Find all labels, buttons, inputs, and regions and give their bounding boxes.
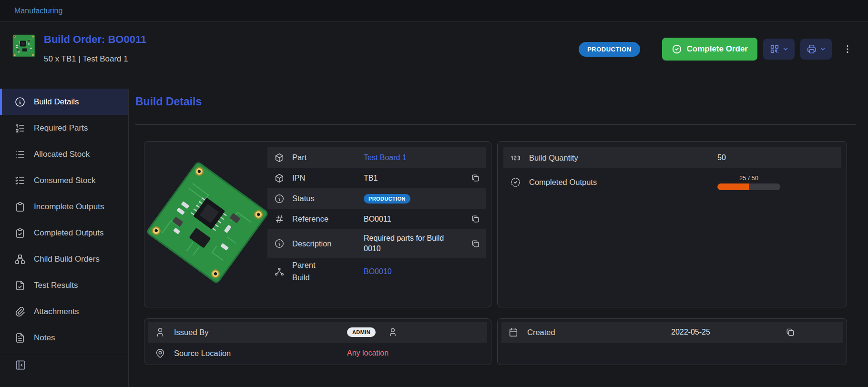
detail-value: 2022-05-25 [671,328,710,336]
page-title: Build Order: BO0011 [44,33,146,46]
progress-check-icon [510,177,521,188]
sidebar-item-label: Required Parts [34,123,88,133]
map-pin-icon [155,348,166,358]
row-issued-by: Issued By ADMIN [148,322,487,343]
report-icon [14,280,26,291]
part-image[interactable] [148,159,266,286]
sidebar-item-label: Allocated Stock [34,150,90,159]
dots-vertical-icon [842,44,853,54]
sidebar-item-label: Child Build Orders [34,255,100,264]
clipboard-check-icon [14,227,26,239]
sidebar-item-child-build-orders[interactable]: Child Build Orders [0,246,128,272]
clipboard-icon [14,201,26,213]
info-circle-icon [274,194,286,204]
created-card: Created 2022-05-25 [497,318,847,365]
build-details-card: Part Test Board 1 IPN TB1 Status PRODUCT… [144,141,491,307]
sidebar-item-build-details[interactable]: Build Details [0,89,128,115]
user-avatar-icon [388,327,398,337]
details-table: Part Test Board 1 IPN TB1 Status PRODUCT… [267,147,486,285]
sidebar-collapse-icon [14,359,27,371]
detail-label: Created [527,328,671,337]
build-quantity-card: Build Quantity 50 Completed Outputs 25 /… [497,141,847,307]
copy-button[interactable] [471,214,480,224]
sidebar-item-completed-outputs[interactable]: Completed Outputs [0,220,128,246]
sidebar-item-label: Attachments [34,307,79,316]
part-link[interactable]: Test Board 1 [364,153,407,162]
detail-label: Source Location [174,349,347,358]
parent-build-link[interactable]: BO0010 [364,267,392,276]
more-actions-button[interactable] [840,39,855,60]
sidebar-item-attachments[interactable]: Attachments [0,298,128,325]
page-subtitle: 50 x TB1 | Test Board 1 [44,54,146,64]
breadcrumb-link-manufacturing[interactable]: Manufacturing [14,7,62,15]
complete-order-button[interactable]: Complete Order [662,38,757,61]
issued-table: Issued By ADMIN Source Location Any loca… [148,322,487,364]
detail-label: Description [292,239,364,248]
sidebar-item-label: Consumed Stock [34,176,95,185]
file-text-icon [14,332,26,344]
box-icon [274,173,286,183]
detail-label: Build Quantity [529,153,717,163]
build-thumbnail-image[interactable] [12,34,35,57]
info-circle-icon [14,96,26,108]
page-header: Build Order: BO0011 50 x TB1 | Test Boar… [0,22,868,89]
quantity-table: Build Quantity 50 Completed Outputs 25 /… [503,147,841,196]
progress-text: 25 / 50 [717,174,780,182]
paperclip-icon [14,306,26,317]
breadcrumb: Manufacturing [0,0,868,22]
header-text: Build Order: BO0011 50 x TB1 | Test Boar… [44,33,146,64]
sidebar-item-notes[interactable]: Notes [0,325,128,351]
sidebar-item-label: Completed Outputs [34,228,103,238]
copy-button[interactable] [471,173,480,183]
chevron-down-icon [782,46,789,52]
section-divider [135,124,856,125]
copy-button[interactable] [471,239,480,248]
status-badge: PRODUCTION [579,42,640,57]
progress-bar [717,183,780,190]
sidebar-item-incomplete-outputs[interactable]: Incomplete Outputs [0,194,128,220]
detail-row-reference: Reference BO0011 [267,209,486,229]
print-actions-button[interactable] [800,39,832,60]
copy-button[interactable] [786,327,795,337]
detail-row-parent-build: Parent Build BO0010 [267,258,486,285]
detail-row-description: Description Required parts for Build 001… [267,229,486,258]
issued-by-badge: ADMIN [347,327,376,337]
sidebar-item-consumed-stock[interactable]: Consumed Stock [0,167,128,194]
barcode-actions-button[interactable] [763,39,795,60]
box-icon [274,153,286,163]
qr-code-icon [769,44,780,54]
detail-label: Part [292,153,364,162]
sidebar-item-label: Notes [34,333,55,343]
detail-label: Status [292,194,364,203]
hierarchy-icon [274,266,286,277]
user-icon [155,327,166,337]
progress-fill [717,183,749,190]
sidebar-item-required-parts[interactable]: Required Parts [0,115,128,141]
calendar-icon [508,327,520,337]
printer-icon [807,44,817,54]
sidebar: Build Details Required Parts Allocated S… [0,89,129,387]
detail-value: BO0011 [364,215,391,224]
sidebar-collapse-button[interactable] [14,359,27,371]
hash-icon [274,214,286,224]
row-created: Created 2022-05-25 [501,322,843,343]
list-numbers-icon [14,122,26,134]
sidebar-divider [0,353,128,353]
check-circle-icon [672,44,682,54]
detail-value: 50 [717,153,726,162]
chevron-down-icon [819,46,826,52]
complete-order-label: Complete Order [687,44,748,54]
completed-outputs-progress: 25 / 50 [717,171,780,194]
detail-row-status: Status PRODUCTION [267,188,486,209]
sidebar-item-label: Test Results [34,281,78,290]
row-build-quantity: Build Quantity 50 [503,147,841,168]
source-location-value: Any location [347,349,388,357]
sidebar-item-allocated-stock[interactable]: Allocated Stock [0,141,128,167]
status-badge-small: PRODUCTION [364,194,410,204]
sidebar-item-test-results[interactable]: Test Results [0,272,128,298]
detail-label: Issued By [174,328,347,337]
page: Manufacturing Build Order: BO0011 50 x T… [0,0,868,387]
sidebar-item-label: Incomplete Outputs [34,202,104,212]
issued-card: Issued By ADMIN Source Location Any loca… [144,318,491,365]
detail-label: IPN [292,173,364,183]
